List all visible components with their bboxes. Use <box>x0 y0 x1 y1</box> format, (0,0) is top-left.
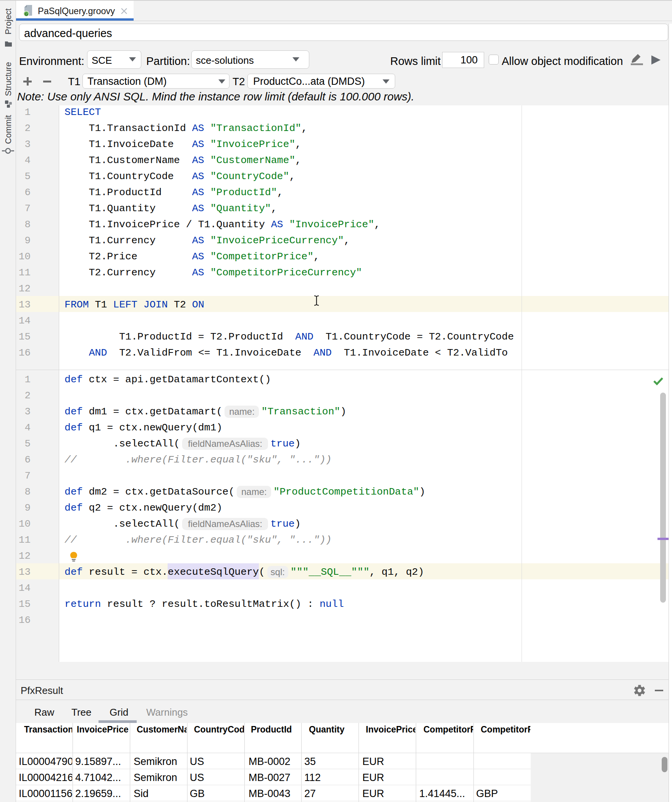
svg-text:G: G <box>25 12 28 16</box>
